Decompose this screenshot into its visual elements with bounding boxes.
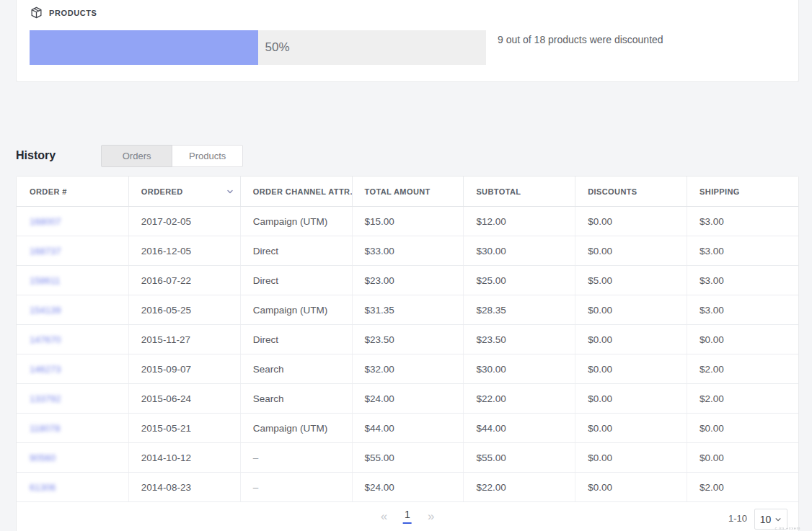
cell-total: $23.50 (352, 325, 464, 354)
cell-shipping: $0.00 (687, 414, 798, 442)
cell-subtotal: $12.00 (463, 207, 575, 236)
table-row[interactable]: 1680072017-02-05Campaign (UTM)$15.00$12.… (17, 207, 798, 236)
tab-orders[interactable]: Orders (101, 145, 172, 167)
cell-order-number: 168737 (17, 236, 128, 265)
order-number-link[interactable]: 154139 (30, 305, 61, 316)
order-number-link[interactable]: 133792 (30, 393, 61, 404)
cell-discounts: $5.00 (575, 266, 687, 295)
products-summary-card: PRODUCTS 50% 9 out of 18 products were d… (16, 0, 799, 82)
column-header-order-number[interactable]: ORDER # (17, 177, 128, 206)
table-row[interactable]: 1462732015-09-07Search$32.00$30.00$0.00$… (17, 354, 798, 384)
cell-order-number: 158611 (17, 266, 128, 295)
history-tab-group: Orders Products (101, 145, 243, 167)
history-title: History (16, 149, 56, 162)
column-header-order-channel[interactable]: ORDER CHANNEL ATTR... (240, 177, 352, 206)
cell-channel: – (240, 443, 352, 472)
cell-shipping: $0.00 (687, 443, 798, 472)
cell-total: $32.00 (352, 354, 464, 383)
order-number-link[interactable]: 168007 (30, 216, 61, 227)
cell-ordered: 2015-09-07 (128, 354, 240, 383)
cell-channel: Direct (240, 325, 352, 354)
cell-discounts: $0.00 (575, 473, 687, 501)
order-number-link[interactable]: 146273 (30, 364, 61, 375)
chevron-down-icon (775, 516, 782, 523)
row-range-label: 1-10 (728, 513, 747, 524)
column-header-ordered[interactable]: ORDERED (128, 177, 240, 206)
cell-channel: Search (240, 384, 352, 413)
column-header-ordered-label: ORDERED (141, 187, 183, 196)
cell-discounts: $0.00 (575, 384, 687, 413)
cell-shipping: $3.00 (687, 266, 798, 295)
progress-percent-label: 50% (265, 30, 290, 65)
products-card-title: PRODUCTS (49, 9, 97, 17)
cell-total: $15.00 (352, 207, 464, 236)
cell-discounts: $0.00 (575, 414, 687, 442)
progress-fill (30, 30, 258, 65)
cell-subtotal: $30.00 (463, 236, 575, 265)
cell-subtotal: $30.00 (463, 354, 575, 383)
cell-subtotal: $23.50 (463, 325, 575, 354)
table-footer: « 1 » 1-10 10 (17, 502, 798, 531)
cell-subtotal: $55.00 (463, 443, 575, 472)
order-number-link[interactable]: 61306 (30, 482, 56, 493)
table-row[interactable]: 1180782015-05-21Campaign (UTM)$44.00$44.… (17, 414, 798, 443)
cell-total: $23.00 (352, 266, 464, 295)
pagination: « 1 » (381, 509, 435, 524)
sort-desc-chevron-down-icon (226, 187, 234, 196)
page-size-value: 10 (760, 514, 772, 525)
cell-discounts: $0.00 (575, 207, 687, 236)
history-section-header: History Orders Products (16, 144, 243, 167)
cell-ordered: 2015-05-21 (128, 414, 240, 442)
cell-channel: Campaign (UTM) (240, 414, 352, 442)
cell-total: $44.00 (352, 414, 464, 442)
cell-channel: Campaign (UTM) (240, 207, 352, 236)
tab-orders-label: Orders (123, 151, 151, 161)
current-page-button[interactable]: 1 (403, 509, 412, 524)
cell-order-number: 168007 (17, 207, 128, 236)
orders-table-card: ORDER # ORDERED ORDER CHANNEL ATTR... TO… (16, 176, 799, 531)
cell-discounts: $0.00 (575, 354, 687, 383)
cell-order-number: 146273 (17, 354, 128, 383)
cell-ordered: 2014-10-12 (128, 443, 240, 472)
progress-track: 50% (30, 30, 486, 65)
order-number-link[interactable]: 118078 (30, 423, 60, 434)
table-row[interactable]: 1476702015-11-27Direct$23.50$23.50$0.00$… (17, 325, 798, 354)
cell-ordered: 2014-08-23 (128, 473, 240, 501)
cell-subtotal: $25.00 (463, 266, 575, 295)
cell-discounts: $0.00 (575, 443, 687, 472)
cell-discounts: $0.00 (575, 325, 687, 354)
cell-shipping: $0.00 (687, 325, 798, 354)
order-number-link[interactable]: 158611 (30, 275, 60, 286)
order-number-link[interactable]: 168737 (30, 246, 61, 256)
cell-ordered: 2016-05-25 (128, 295, 240, 324)
cell-order-number: 118078 (17, 414, 128, 442)
column-header-total-amount[interactable]: TOTAL AMOUNT (352, 177, 464, 206)
first-page-icon[interactable]: « (381, 510, 387, 522)
cell-subtotal: $22.00 (463, 473, 575, 501)
last-page-icon[interactable]: » (428, 510, 434, 522)
cell-order-number: 90560 (17, 443, 128, 472)
order-number-link[interactable]: 147670 (30, 334, 61, 345)
table-row[interactable]: 1687372016-12-05Direct$33.00$30.00$0.00$… (17, 236, 798, 266)
column-header-subtotal[interactable]: SUBTOTAL (463, 177, 575, 206)
tab-products-label: Products (189, 151, 226, 161)
cell-shipping: $3.00 (687, 295, 798, 324)
table-body: 1680072017-02-05Campaign (UTM)$15.00$12.… (17, 207, 798, 502)
cell-subtotal: $44.00 (463, 414, 575, 442)
table-row[interactable]: 905602014-10-12–$55.00$55.00$0.00$0.00 (17, 443, 798, 473)
products-card-header: PRODUCTS (17, 0, 798, 19)
column-header-shipping[interactable]: SHIPPING (687, 177, 798, 206)
table-row[interactable]: 1337922015-06-24Search$24.00$22.00$0.00$… (17, 384, 798, 414)
cell-ordered: 2016-12-05 (128, 236, 240, 265)
package-icon (30, 6, 43, 19)
column-header-discounts[interactable]: DISCOUNTS (575, 177, 687, 206)
cell-channel: Direct (240, 266, 352, 295)
cell-total: $24.00 (352, 384, 464, 413)
table-row[interactable]: 613062014-08-23–$24.00$22.00$0.00$2.00 (17, 473, 798, 502)
table-row[interactable]: 1541392016-05-25Campaign (UTM)$31.35$28.… (17, 295, 798, 325)
cell-discounts: $0.00 (575, 295, 687, 324)
tab-products[interactable]: Products (172, 145, 243, 167)
cell-order-number: 147670 (17, 325, 128, 354)
table-row[interactable]: 1586112016-07-22Direct$23.00$25.00$5.00$… (17, 266, 798, 295)
order-number-link[interactable]: 90560 (30, 452, 56, 463)
